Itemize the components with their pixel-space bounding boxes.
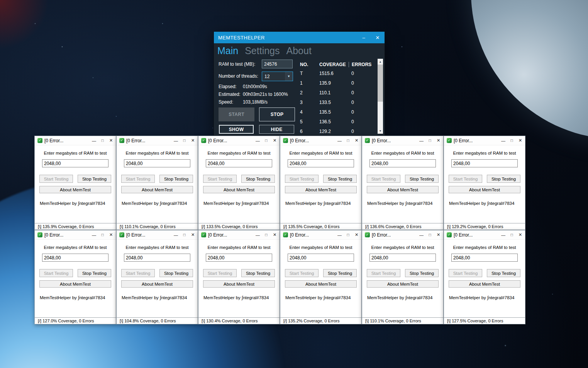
memtest-titlebar[interactable]: ✓ [0 Error... — □ ✕ (198, 230, 280, 240)
ram-amount-input[interactable] (451, 159, 518, 167)
memtest-titlebar[interactable]: ✓ [0 Error... — □ ✕ (35, 230, 116, 240)
stop-testing-button[interactable]: Stop Testing (159, 269, 193, 277)
tab-settings[interactable]: Settings (245, 45, 280, 56)
memtest-maximize-button[interactable]: □ (345, 138, 351, 143)
scrollbar-thumb[interactable] (378, 65, 383, 102)
memtest-minimize-button[interactable]: — (173, 233, 179, 237)
memtest-minimize-button[interactable]: — (500, 138, 507, 143)
start-testing-button[interactable]: Start Testing (367, 269, 400, 277)
memtest-maximize-button[interactable]: □ (345, 233, 351, 237)
memtest-titlebar[interactable]: ✓ [0 Error... — □ ✕ (444, 230, 525, 240)
memtest-titlebar[interactable]: ✓ [0 Error... — □ ✕ (362, 136, 443, 145)
ram-amount-input[interactable] (288, 159, 354, 167)
helper-minimize-button[interactable]: – (357, 32, 371, 43)
start-testing-button[interactable]: Start Testing (203, 269, 237, 277)
about-memtest-button[interactable]: About MemTest (39, 280, 111, 288)
memtest-titlebar[interactable]: ✓ [0 Error... — □ ✕ (280, 136, 361, 145)
memtest-close-button[interactable]: ✕ (190, 138, 196, 143)
ram-amount-input[interactable] (369, 159, 436, 167)
stop-testing-button[interactable]: Stop Testing (78, 269, 111, 277)
start-testing-button[interactable]: Start Testing (203, 175, 237, 183)
about-memtest-button[interactable]: About MemTest (39, 186, 111, 193)
helper-close-button[interactable]: ✕ (371, 32, 385, 43)
memtest-minimize-button[interactable]: — (500, 233, 507, 237)
memtest-close-button[interactable]: ✕ (353, 138, 360, 143)
memtest-minimize-button[interactable]: — (173, 138, 179, 143)
stop-testing-button[interactable]: Stop Testing (405, 175, 439, 183)
stop-testing-button[interactable]: Stop Testing (241, 269, 275, 277)
memtest-close-button[interactable]: ✕ (353, 232, 360, 237)
ram-to-test-input[interactable] (262, 60, 293, 68)
start-testing-button[interactable]: Start Testing (121, 269, 155, 277)
memtest-minimize-button[interactable]: — (254, 138, 261, 143)
start-testing-button[interactable]: Start Testing (39, 269, 73, 277)
memtest-close-button[interactable]: ✕ (435, 138, 442, 143)
about-memtest-button[interactable]: About MemTest (367, 186, 439, 193)
memtest-titlebar[interactable]: ✓ [0 Error... — □ ✕ (117, 230, 198, 240)
memtest-titlebar[interactable]: ✓ [0 Error... — □ ✕ (198, 136, 280, 145)
stop-testing-button[interactable]: Stop Testing (405, 269, 439, 277)
memtest-close-button[interactable]: ✕ (517, 232, 524, 237)
stop-testing-button[interactable]: Stop Testing (487, 175, 520, 183)
memtest-minimize-button[interactable]: — (418, 233, 425, 237)
scroll-down-icon[interactable]: ▼ (378, 128, 383, 134)
memtest-close-button[interactable]: ✕ (271, 138, 278, 143)
ram-amount-input[interactable] (42, 254, 108, 262)
ram-amount-input[interactable] (288, 254, 354, 262)
about-memtest-button[interactable]: About MemTest (285, 186, 357, 193)
helper-titlebar[interactable]: MEMTESTHELPER – ✕ (214, 32, 385, 43)
start-testing-button[interactable]: Start Testing (449, 269, 482, 277)
stop-button[interactable]: STOP (259, 107, 295, 121)
about-memtest-button[interactable]: About MemTest (449, 186, 520, 193)
ram-amount-input[interactable] (42, 159, 108, 167)
stop-testing-button[interactable]: Stop Testing (241, 175, 275, 183)
start-testing-button[interactable]: Start Testing (285, 269, 319, 277)
memtest-close-button[interactable]: ✕ (271, 232, 278, 237)
memtest-minimize-button[interactable]: — (91, 233, 97, 237)
memtest-minimize-button[interactable]: — (336, 233, 343, 237)
memtest-maximize-button[interactable]: □ (181, 138, 188, 143)
about-memtest-button[interactable]: About MemTest (449, 280, 520, 288)
ram-amount-input[interactable] (124, 159, 190, 167)
ram-amount-input[interactable] (206, 254, 272, 262)
memtest-minimize-button[interactable]: — (254, 233, 261, 237)
ram-amount-input[interactable] (124, 254, 190, 262)
about-memtest-button[interactable]: About MemTest (285, 280, 357, 288)
stop-testing-button[interactable]: Stop Testing (159, 175, 193, 183)
ram-amount-input[interactable] (369, 254, 436, 262)
stop-testing-button[interactable]: Stop Testing (487, 269, 520, 277)
threads-dropdown[interactable]: 12 ▼ (262, 72, 293, 81)
memtest-minimize-button[interactable]: — (91, 138, 97, 143)
memtest-close-button[interactable]: ✕ (190, 232, 196, 237)
memtest-close-button[interactable]: ✕ (108, 232, 114, 237)
tab-about[interactable]: About (286, 45, 312, 56)
memtest-titlebar[interactable]: ✓ [0 Error... — □ ✕ (444, 136, 525, 145)
memtest-maximize-button[interactable]: □ (181, 233, 188, 237)
memtest-maximize-button[interactable]: □ (99, 233, 106, 237)
memtest-maximize-button[interactable]: □ (508, 138, 515, 143)
memtest-close-button[interactable]: ✕ (108, 138, 114, 143)
memtest-minimize-button[interactable]: — (336, 138, 343, 143)
about-memtest-button[interactable]: About MemTest (367, 280, 439, 288)
memtest-maximize-button[interactable]: □ (263, 138, 269, 143)
memtest-close-button[interactable]: ✕ (517, 138, 524, 143)
about-memtest-button[interactable]: About MemTest (203, 186, 275, 193)
memtest-maximize-button[interactable]: □ (508, 233, 515, 237)
memtest-maximize-button[interactable]: □ (263, 233, 269, 237)
memtest-titlebar[interactable]: ✓ [0 Error... — □ ✕ (35, 136, 116, 145)
start-testing-button[interactable]: Start Testing (367, 175, 400, 183)
stop-testing-button[interactable]: Stop Testing (78, 175, 111, 183)
start-testing-button[interactable]: Start Testing (449, 175, 482, 183)
tab-main[interactable]: Main (217, 45, 238, 56)
memtest-titlebar[interactable]: ✓ [0 Error... — □ ✕ (117, 136, 198, 145)
ram-amount-input[interactable] (206, 159, 272, 167)
start-testing-button[interactable]: Start Testing (121, 175, 155, 183)
memtest-maximize-button[interactable]: □ (427, 138, 433, 143)
ram-amount-input[interactable] (451, 254, 518, 262)
show-button[interactable]: SHOW (219, 125, 254, 134)
stop-testing-button[interactable]: Stop Testing (323, 175, 357, 183)
stop-testing-button[interactable]: Stop Testing (323, 269, 357, 277)
about-memtest-button[interactable]: About MemTest (121, 280, 193, 288)
memtest-maximize-button[interactable]: □ (99, 138, 106, 143)
memtest-minimize-button[interactable]: — (418, 138, 425, 143)
